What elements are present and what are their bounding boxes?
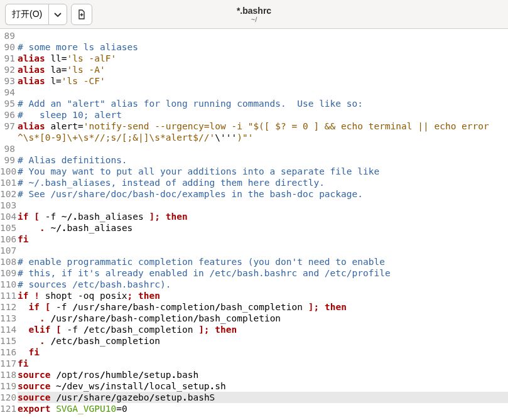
line-number: 107: [0, 245, 18, 256]
line-content[interactable]: if [ -f ~/.bash_aliases ]; then: [18, 211, 508, 222]
line-number: 93: [0, 75, 18, 87]
line-content[interactable]: [18, 200, 508, 211]
code-line[interactable]: 102# See /usr/share/doc/bash-doc/example…: [0, 188, 508, 200]
code-line[interactable]: 104if [ -f ~/.bash_aliases ]; then: [0, 211, 508, 222]
code-line[interactable]: 105 . ~/.bash_aliases: [0, 222, 508, 234]
line-content[interactable]: # some more ls aliases: [18, 41, 508, 53]
editor-area[interactable]: 8990# some more ls aliases91alias ll='ls…: [0, 29, 508, 414]
code-line[interactable]: 107: [0, 245, 508, 256]
line-content[interactable]: # See /usr/share/doc/bash-doc/examples i…: [18, 188, 508, 200]
code-line[interactable]: 119source ~/dev_ws/install/local_setup.s…: [0, 380, 508, 392]
line-content[interactable]: # ~/.bash_aliases, instead of adding the…: [18, 177, 508, 188]
line-number: 98: [0, 143, 18, 154]
line-content[interactable]: elif [ -f /etc/bash_completion ]; then: [18, 324, 508, 335]
line-number: 104: [0, 211, 18, 222]
code-line[interactable]: 93alias l='ls -CF': [0, 75, 508, 87]
line-content[interactable]: # You may want to put all your additions…: [18, 166, 508, 177]
line-number: 116: [0, 347, 18, 358]
line-content[interactable]: # this, if it's already enabled in /etc/…: [18, 267, 508, 279]
new-document-icon: [77, 9, 87, 19]
code-line[interactable]: 115 . /etc/bash_completion: [0, 335, 508, 347]
code-line[interactable]: 99# Alias definitions.: [0, 154, 508, 166]
line-content[interactable]: source ~/dev_ws/install/local_setup.sh: [18, 380, 508, 392]
line-content[interactable]: . ~/.bash_aliases: [18, 222, 508, 234]
line-content[interactable]: ^\s*[0-9]\+\s*//;s/[;&|]\s*alert$//'\'''…: [18, 132, 508, 143]
line-number: 118: [0, 369, 18, 380]
code-line[interactable]: 91alias ll='ls -alF': [0, 53, 508, 64]
code-line[interactable]: 111if ! shopt -oq posix; then: [0, 290, 508, 301]
line-content[interactable]: source /opt/ros/humble/setup.bash: [18, 369, 508, 380]
code-line[interactable]: 120source /usr/share/gazebo/setup.bashS: [0, 392, 508, 403]
line-number: 119: [0, 380, 18, 392]
new-tab-button[interactable]: [71, 4, 92, 25]
code-line[interactable]: ^\s*[0-9]\+\s*//;s/[;&|]\s*alert$//'\'''…: [0, 132, 508, 143]
line-number: 111: [0, 290, 18, 301]
line-content[interactable]: source /usr/share/gazebo/setup.bashS: [18, 392, 508, 403]
line-number: 89: [0, 30, 18, 41]
line-number: 106: [0, 234, 18, 245]
line-number: 109: [0, 267, 18, 279]
line-content[interactable]: alias alert='notify-send --urgency=low -…: [18, 121, 508, 132]
code-line[interactable]: 103: [0, 200, 508, 211]
code-line[interactable]: 98: [0, 143, 508, 154]
document-path: ~/: [237, 16, 271, 23]
code-line[interactable]: 112 if [ -f /usr/share/bash-completion/b…: [0, 301, 508, 313]
line-content[interactable]: . /usr/share/bash-completion/bash_comple…: [18, 313, 508, 324]
code-line[interactable]: 101# ~/.bash_aliases, instead of adding …: [0, 177, 508, 188]
code-line[interactable]: 116 fi: [0, 347, 508, 358]
line-content[interactable]: fi: [18, 234, 508, 245]
line-number: 101: [0, 177, 18, 188]
line-number: 115: [0, 335, 18, 347]
line-content[interactable]: [18, 30, 508, 41]
line-content[interactable]: # sleep 10; alert: [18, 109, 508, 121]
code-line[interactable]: 96# sleep 10; alert: [0, 109, 508, 121]
code-line[interactable]: 100# You may want to put all your additi…: [0, 166, 508, 177]
line-content[interactable]: alias la='ls -A': [18, 64, 508, 75]
line-number: 100: [0, 166, 18, 177]
line-number: 97: [0, 121, 18, 132]
line-content[interactable]: fi: [18, 358, 508, 369]
line-content[interactable]: alias ll='ls -alF': [18, 53, 508, 64]
code-line[interactable]: 113 . /usr/share/bash-completion/bash_co…: [0, 313, 508, 324]
line-content[interactable]: # Add an "alert" alias for long running …: [18, 98, 508, 109]
line-number: 120: [0, 392, 18, 403]
line-number: 112: [0, 301, 18, 313]
line-content[interactable]: [18, 143, 508, 154]
line-content[interactable]: # enable programmatic completion feature…: [18, 256, 508, 267]
line-content[interactable]: export SVGA_VGPU10=0: [18, 403, 508, 414]
code-line[interactable]: 92alias la='ls -A': [0, 64, 508, 75]
open-button[interactable]: 打开(O): [5, 4, 48, 25]
code-line[interactable]: 110# sources /etc/bash.bashrc).: [0, 279, 508, 290]
line-number: 90: [0, 41, 18, 53]
code-line[interactable]: 90# some more ls aliases: [0, 41, 508, 53]
line-number: 105: [0, 222, 18, 234]
line-number: [0, 132, 18, 143]
code-line[interactable]: 106fi: [0, 234, 508, 245]
code-line[interactable]: 121export SVGA_VGPU10=0: [0, 403, 508, 414]
code-line[interactable]: 108# enable programmatic completion feat…: [0, 256, 508, 267]
line-content[interactable]: fi: [18, 347, 508, 358]
code-line[interactable]: 94: [0, 87, 508, 98]
line-content[interactable]: if ! shopt -oq posix; then: [18, 290, 508, 301]
code-line[interactable]: 118source /opt/ros/humble/setup.bash: [0, 369, 508, 380]
line-content[interactable]: # sources /etc/bash.bashrc).: [18, 279, 508, 290]
line-content[interactable]: [18, 87, 508, 98]
line-number: 113: [0, 313, 18, 324]
open-dropdown-button[interactable]: [48, 4, 67, 25]
line-number: 103: [0, 200, 18, 211]
code-line[interactable]: 109# this, if it's already enabled in /e…: [0, 267, 508, 279]
code-line[interactable]: 117fi: [0, 358, 508, 369]
line-number: 96: [0, 109, 18, 121]
line-content[interactable]: if [ -f /usr/share/bash-completion/bash_…: [18, 301, 508, 313]
line-content[interactable]: . /etc/bash_completion: [18, 335, 508, 347]
code-line[interactable]: 114 elif [ -f /etc/bash_completion ]; th…: [0, 324, 508, 335]
line-number: 95: [0, 98, 18, 109]
code-line[interactable]: 97alias alert='notify-send --urgency=low…: [0, 121, 508, 132]
code-line[interactable]: 95# Add an "alert" alias for long runnin…: [0, 98, 508, 109]
line-content[interactable]: alias l='ls -CF': [18, 75, 508, 87]
document-title: *.bashrc: [237, 6, 271, 16]
line-content[interactable]: [18, 245, 508, 256]
code-line[interactable]: 89: [0, 30, 508, 41]
line-number: 110: [0, 279, 18, 290]
line-content[interactable]: # Alias definitions.: [18, 154, 508, 166]
